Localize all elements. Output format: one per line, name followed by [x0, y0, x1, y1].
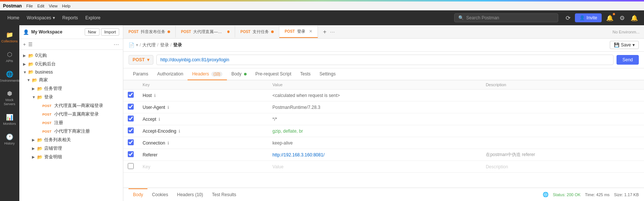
new-button[interactable]: New: [85, 28, 100, 36]
header-row-0: Host ℹ <calculated when request is sent>: [123, 90, 644, 101]
more-options-icon[interactable]: ···: [114, 41, 119, 47]
more-tabs-icon[interactable]: ···: [330, 29, 335, 35]
header-key: User-Agent ℹ: [138, 101, 268, 113]
header-row-1: User-Agent ℹ PostmanRuntime/7.28.3: [123, 101, 644, 113]
info-icon[interactable]: ℹ: [179, 129, 180, 133]
tab-dadaili[interactable]: POST 大代理直属—商家...: [176, 26, 235, 38]
notification-bell[interactable]: 🔔: [605, 13, 615, 23]
breadcrumb-denglu[interactable]: 登录: [160, 42, 169, 48]
no-environment[interactable]: No Environm...: [608, 30, 644, 34]
sub-tab-authorization[interactable]: Authorization: [153, 68, 188, 80]
tree-item-renwuguanli[interactable]: ▶ 📂 任务管理: [19, 84, 123, 93]
method-badge: POST: [42, 104, 53, 108]
tree-item-dianguanli[interactable]: ▶ 📂 店铺管理: [19, 144, 123, 153]
sub-tab-pre-request[interactable]: Pre-request Script: [251, 68, 296, 80]
sync-icon[interactable]: ⟳: [564, 13, 572, 23]
sub-tab-tests[interactable]: Tests: [296, 68, 315, 80]
tree-item-renwuliebiao[interactable]: ▶ 📂 任务列表相关: [19, 136, 123, 144]
header-checkbox[interactable]: [128, 139, 134, 145]
sidebar-item-history[interactable]: 🕐 History: [1, 130, 18, 149]
tree-label: 资金明细: [44, 154, 119, 160]
search-box[interactable]: 🔍: [454, 13, 558, 22]
col-checkbox: [123, 80, 138, 90]
header-checkbox[interactable]: [128, 163, 134, 169]
tree-item-shangjia[interactable]: ▼ 📂 商家: [19, 76, 123, 84]
tree-item-zijinmingxi[interactable]: ▶ 📂 资金明细: [19, 153, 123, 161]
tree-label: 任务管理: [44, 85, 119, 92]
tree-item-0yuanbackend[interactable]: ▶ 📂 0元购后台: [19, 60, 123, 68]
invite-button[interactable]: 👤 Invite: [575, 13, 602, 22]
workspace-icon: 👤: [23, 29, 29, 35]
tree-item-denglu[interactable]: ▼ 📂 登录: [19, 93, 123, 101]
header-key-placeholder[interactable]: Key: [138, 161, 268, 173]
notification-dot: [613, 13, 615, 15]
breadcrumb-dadaili[interactable]: 大代理: [142, 42, 156, 48]
send-button[interactable]: Send: [617, 55, 639, 65]
tree-item-0yuan[interactable]: ▶ 📂 0元购: [19, 51, 123, 60]
collections-header: 👤 My Workspace New Import: [19, 25, 123, 39]
tree-label: 注册: [54, 120, 119, 126]
bottom-tab-body[interactable]: Body: [129, 188, 147, 200]
tree-item-xiaodaili[interactable]: POST 小代理—直属商家登录: [19, 110, 123, 119]
info-icon[interactable]: ℹ: [154, 93, 156, 98]
sub-tab-body[interactable]: Body: [227, 68, 251, 80]
sidebar-item-environments[interactable]: 🌐 Environments: [1, 68, 18, 86]
add-icon[interactable]: +: [23, 42, 26, 47]
menu-file[interactable]: File: [26, 4, 33, 8]
tree-label: 小代理下商家注册: [54, 128, 119, 134]
bottom-tab-headers[interactable]: Headers (10): [173, 188, 208, 200]
sub-tab-settings[interactable]: Settings: [315, 68, 340, 80]
info-icon[interactable]: ℹ: [159, 117, 160, 121]
tab-denglu[interactable]: POST 登录 ✕: [279, 26, 318, 38]
header-checkbox[interactable]: [128, 151, 134, 157]
tree-item-zhuce[interactable]: POST 注册: [19, 119, 123, 127]
sub-tab-params[interactable]: Params: [129, 68, 153, 80]
menu-view[interactable]: View: [49, 4, 58, 8]
info-icon[interactable]: ℹ: [167, 141, 169, 145]
sidebar-item-mock-servers[interactable]: ⬢ Mock Servers: [1, 87, 18, 109]
nav-workspaces[interactable]: Workspaces ▾: [24, 13, 58, 23]
save-button[interactable]: 💾 New Save ▾: [610, 41, 639, 49]
header-key: Accept-Encoding ℹ: [138, 125, 268, 137]
nav-home[interactable]: Home: [4, 13, 22, 23]
bottom-tab-cookies[interactable]: Cookies: [147, 188, 172, 200]
settings-icon[interactable]: ⚙: [618, 13, 626, 23]
method-selector[interactable]: POST ▾: [129, 55, 153, 65]
header-value-placeholder[interactable]: Value: [268, 161, 481, 173]
chevron-down-icon: ▾: [53, 15, 55, 20]
search-input[interactable]: [466, 15, 554, 20]
tab-method: POST: [284, 29, 295, 33]
chevron-down-icon: ▾: [147, 57, 149, 62]
header-checkbox[interactable]: [128, 92, 134, 98]
tab-name: 抖音发布任务: [141, 29, 165, 35]
tab-douyin[interactable]: POST 抖音发布任务: [123, 26, 176, 38]
tree-item-business[interactable]: ▼ 📂 business: [19, 68, 123, 76]
add-tab-button[interactable]: +: [321, 28, 329, 36]
nav-reports[interactable]: Reports: [59, 13, 81, 23]
request-bar: POST ▾ Send: [123, 52, 644, 68]
bottom-tab-test-results[interactable]: Test Results: [208, 188, 241, 200]
info-icon[interactable]: ℹ: [167, 105, 169, 110]
tree-item-dadaili[interactable]: POST 大代理直属—商家端登录: [19, 101, 123, 110]
sidebar-item-monitors[interactable]: 📊 Monitors: [1, 111, 18, 129]
request-icon[interactable]: 📄: [129, 42, 134, 48]
alerts-icon[interactable]: 🔔: [629, 13, 640, 23]
header-checkbox[interactable]: [128, 116, 134, 121]
header-desc: [481, 137, 644, 149]
sidebar-item-collections[interactable]: 📁 Collections: [1, 28, 18, 46]
filter-icon[interactable]: ☰: [28, 42, 33, 47]
status-time: Time: 425 ms: [585, 192, 609, 197]
tree-item-xiaodaili2[interactable]: POST 小代理下商家注册: [19, 127, 123, 136]
header-checkbox[interactable]: [128, 104, 134, 110]
menu-edit[interactable]: Edit: [37, 4, 44, 8]
tab-zhifu[interactable]: POST 支付任务: [235, 26, 279, 38]
header-checkbox[interactable]: [128, 127, 134, 133]
nav-explore[interactable]: Explore: [82, 13, 104, 23]
header-desc-placeholder[interactable]: Description: [481, 161, 644, 173]
tab-close-icon[interactable]: ✕: [309, 29, 312, 34]
import-button[interactable]: Import: [101, 28, 119, 36]
sub-tab-headers[interactable]: Headers (10): [188, 68, 227, 80]
url-input[interactable]: [156, 55, 614, 65]
sidebar-item-apis[interactable]: ⬡ APIs: [1, 48, 18, 66]
menu-help[interactable]: Help: [62, 4, 71, 8]
